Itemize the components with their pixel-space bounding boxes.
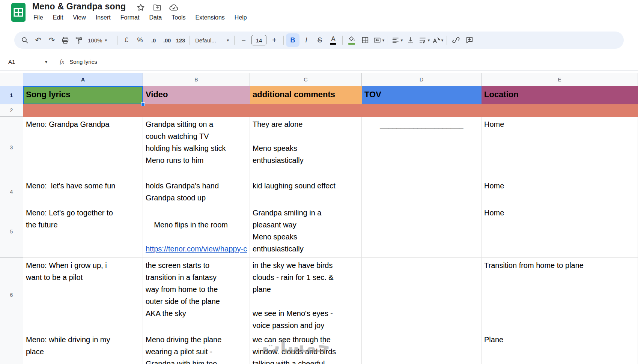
cell-E4[interactable]: Home <box>482 178 638 205</box>
vertical-align-button[interactable] <box>404 33 417 47</box>
menu-data[interactable]: Data <box>144 12 167 23</box>
menu-tools[interactable]: Tools <box>167 12 190 23</box>
formula-input[interactable]: Song lyrics <box>69 59 97 65</box>
menu-file[interactable]: File <box>29 12 48 23</box>
cell-D5[interactable] <box>362 205 482 258</box>
document-title[interactable]: Meno & Grandpa song <box>32 2 126 12</box>
cell-link[interactable]: https://tenor.com/view/happy-celebrate-b… <box>146 243 247 258</box>
row-header-3[interactable]: 3 <box>0 117 23 178</box>
cell-A1[interactable]: Song lyrics <box>23 86 143 104</box>
more-formats-button[interactable]: 123 <box>174 33 187 47</box>
cell-E5[interactable]: Home <box>482 205 638 258</box>
cell-B4[interactable]: holds Grandpa's hand Grandpa stood up <box>143 178 250 205</box>
cell-B7[interactable]: Meno driving the plane wearing a pilot s… <box>143 332 250 364</box>
menubar: File Edit View Insert Format Data Tools … <box>29 12 252 23</box>
italic-button[interactable]: I <box>299 33 313 47</box>
currency-format-button[interactable]: £ <box>120 33 133 47</box>
menu-insert[interactable]: Insert <box>91 12 116 23</box>
font-size-input[interactable]: 14 <box>251 35 266 45</box>
name-box[interactable]: A1 ▾ <box>0 59 52 65</box>
cell-C6[interactable]: in the sky we have birds clouds - rain f… <box>250 258 362 332</box>
text-wrap-button[interactable]: ▾ <box>417 33 431 47</box>
cell-E1[interactable]: Location <box>482 86 638 104</box>
menu-edit[interactable]: Edit <box>48 12 68 23</box>
text-rotation-button[interactable]: ▾ <box>431 33 444 47</box>
paint-format-button[interactable] <box>72 33 86 47</box>
star-icon[interactable] <box>136 3 146 12</box>
cell-C3[interactable]: They are alone Meno speaks enthusiastica… <box>250 117 362 178</box>
fill-color-button[interactable] <box>345 33 358 47</box>
merge-cells-button[interactable]: ▾ <box>372 33 385 47</box>
cell-D3[interactable]: ____________________ <box>362 117 482 178</box>
row-header-1[interactable]: 1 <box>0 86 23 104</box>
text-color-button[interactable]: A <box>327 33 340 47</box>
cell-C5[interactable]: Grandpa smiling in a pleasant way Meno s… <box>250 205 362 258</box>
row-header-6[interactable]: 6 <box>0 258 23 332</box>
select-all-corner[interactable] <box>0 73 23 86</box>
cell-D7[interactable] <box>362 332 482 364</box>
cell-E7[interactable]: Plane <box>482 332 638 364</box>
sheets-logo[interactable] <box>11 3 26 22</box>
fill-handle[interactable] <box>141 102 145 106</box>
cell-A3[interactable]: Meno: Grandpa Grandpa <box>23 117 143 178</box>
menu-view[interactable]: View <box>68 12 90 23</box>
decrease-decimal-button[interactable]: .0 <box>147 33 160 47</box>
cell-C1[interactable]: additional comments <box>250 86 362 104</box>
cell-A2[interactable] <box>23 104 143 117</box>
cell-D2[interactable] <box>362 104 482 117</box>
cell-E3[interactable]: Home <box>482 117 638 178</box>
zoom-select[interactable]: 100% ▾ <box>86 33 115 47</box>
row-header-4[interactable]: 4 <box>0 178 23 205</box>
bold-button[interactable]: B <box>286 33 299 47</box>
chevron-down-icon: ▾ <box>401 38 403 43</box>
cell-A6[interactable]: Meno: When i grow up, i want to be a pil… <box>23 258 143 332</box>
horizontal-align-button[interactable]: ▾ <box>390 33 404 47</box>
strikethrough-button[interactable]: S <box>313 33 327 47</box>
search-button[interactable] <box>18 33 32 47</box>
row-header-5[interactable]: 5 <box>0 205 23 258</box>
increase-font-size-button[interactable]: + <box>268 33 281 47</box>
column-header-A[interactable]: A <box>23 73 143 86</box>
font-family-value: Defaul... <box>195 37 216 44</box>
cloud-saved-icon[interactable] <box>169 3 179 12</box>
decrease-font-size-button[interactable]: − <box>237 33 250 47</box>
cell-B3[interactable]: Grandpa sitting on a couch watching TV h… <box>143 117 250 178</box>
cell-D1[interactable]: TOV <box>362 86 482 104</box>
cell-C7[interactable]: we can see through the window. clouds an… <box>250 332 362 364</box>
cell-B5[interactable]: Meno flips in the room https://tenor.com… <box>143 205 250 258</box>
cell-B6[interactable]: the screen starts to transition in a fan… <box>143 258 250 332</box>
toolbar: ↶ ↷ 100% ▾ £ % .0 .00 123 Defaul... ▾ − … <box>14 32 624 49</box>
borders-button[interactable] <box>358 33 372 47</box>
toolbar-separator <box>283 36 284 45</box>
column-header-C[interactable]: C <box>250 73 362 86</box>
cell-B2[interactable] <box>143 104 250 117</box>
menu-extensions[interactable]: Extensions <box>191 12 230 23</box>
cell-D6[interactable] <box>362 258 482 332</box>
redo-button[interactable]: ↷ <box>45 33 59 47</box>
print-button[interactable] <box>59 33 72 47</box>
column-header-D[interactable]: D <box>362 73 482 86</box>
font-family-select[interactable]: Defaul... ▾ <box>192 33 232 47</box>
column-header-E[interactable]: E <box>482 73 638 86</box>
insert-comment-button[interactable] <box>463 33 476 47</box>
menu-format[interactable]: Format <box>116 12 144 23</box>
cell-E6[interactable]: Transition from home to plane <box>482 258 638 332</box>
cell-A4[interactable]: Meno: let's have some fun <box>23 178 143 205</box>
percent-format-button[interactable]: % <box>133 33 147 47</box>
cell-E2[interactable] <box>482 104 638 117</box>
cell-C2[interactable] <box>250 104 362 117</box>
cell-C4[interactable]: kid laughing sound effect <box>250 178 362 205</box>
menu-help[interactable]: Help <box>230 12 252 23</box>
insert-link-button[interactable] <box>449 33 463 47</box>
cell-A5[interactable]: Meno: Let's go together to the future <box>23 205 143 258</box>
cell-D4[interactable] <box>362 178 482 205</box>
cell-B1[interactable]: Video <box>143 86 250 104</box>
move-folder-icon[interactable] <box>152 3 162 12</box>
print-icon <box>61 36 69 44</box>
cell-A7[interactable]: Meno: while driving in my place <box>23 332 143 364</box>
row-header-7[interactable]: 7 <box>0 332 23 364</box>
column-header-B[interactable]: B <box>143 73 250 86</box>
row-header-2[interactable]: 2 <box>0 104 23 117</box>
undo-button[interactable]: ↶ <box>32 33 45 47</box>
increase-decimal-button[interactable]: .00 <box>160 33 174 47</box>
